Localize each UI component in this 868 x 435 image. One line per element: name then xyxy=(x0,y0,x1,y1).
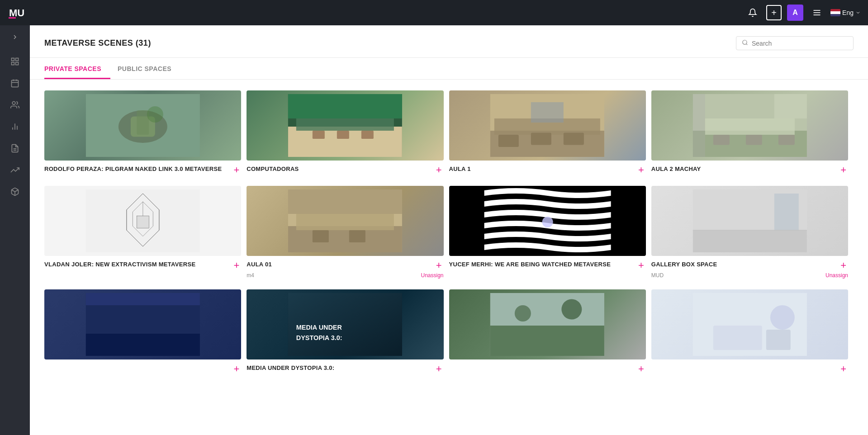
sidebar-item-dashboard[interactable] xyxy=(6,52,24,71)
scene-unassign-8[interactable]: Unassign xyxy=(825,272,848,279)
chevron-down-icon xyxy=(855,10,861,15)
sidebar-item-analytics[interactable] xyxy=(6,161,24,179)
scene-info-7: YUCEF MERHI: WE ARE BEING WATCHED METAVE… xyxy=(449,260,646,270)
scene-tag-6: m4 xyxy=(247,272,254,279)
scene-add-button-1[interactable]: + xyxy=(232,165,241,175)
main-content: METAVERSE SCENES (31) PRIVATE SPACES PUB… xyxy=(30,25,868,435)
scene-add-button-8[interactable]: + xyxy=(839,260,848,270)
scene-thumbnail-11[interactable] xyxy=(449,289,646,359)
scene-card-7: YUCEF MERHI: WE ARE BEING WATCHED METAVE… xyxy=(449,186,651,289)
scene-thumbnail-9[interactable] xyxy=(44,289,241,359)
svg-rect-63 xyxy=(296,214,394,230)
svg-rect-34 xyxy=(288,94,402,118)
svg-rect-2 xyxy=(9,17,16,19)
scene-add-button-10[interactable]: + xyxy=(434,364,444,374)
svg-rect-49 xyxy=(774,94,806,118)
trending-up-icon xyxy=(10,165,19,175)
scene-thumbnail-5[interactable] xyxy=(44,186,241,256)
scene-unassign-6[interactable]: Unassign xyxy=(421,272,443,279)
scene-add-button-7[interactable]: + xyxy=(636,260,646,270)
sidebar-item-cube[interactable] xyxy=(6,183,24,201)
scene-thumbnail-1[interactable] xyxy=(44,90,241,161)
svg-rect-10 xyxy=(12,80,19,87)
app-logo[interactable]: MU xyxy=(7,4,25,22)
scene-card-5: VLADAN JOLER: NEW EXTRACTIVISM METAVERSE… xyxy=(44,186,247,289)
svg-point-21 xyxy=(743,40,747,44)
scene-thumbnail-3[interactable] xyxy=(449,90,646,161)
top-navigation: MU + A Eng xyxy=(0,0,868,25)
svg-rect-46 xyxy=(713,135,729,145)
language-selector[interactable]: Eng xyxy=(830,9,861,16)
scene-thumbnail-12[interactable] xyxy=(651,289,848,359)
scene-name-3: AULA 1 xyxy=(449,165,636,173)
sidebar-item-document[interactable] xyxy=(6,139,24,157)
scene-thumbnail-7[interactable] xyxy=(449,186,646,256)
scene-card-2: COMPUTADORAS + xyxy=(247,90,449,186)
scene-name-6: AULA 01 xyxy=(247,260,434,269)
scene-add-button-6[interactable]: + xyxy=(434,260,444,270)
svg-rect-45 xyxy=(705,118,794,135)
scene-info-8: GALLERY BOX SPACE + xyxy=(651,260,848,270)
scene-info-1: RODOLFO PERAZA: PILGRAM NAKED LINK 3.0 M… xyxy=(44,165,241,175)
svg-rect-40 xyxy=(564,132,584,145)
svg-point-68 xyxy=(542,217,553,227)
scene-name-8: GALLERY BOX SPACE xyxy=(651,260,839,269)
svg-rect-38 xyxy=(498,135,519,147)
flag-icon xyxy=(830,9,840,16)
scene-add-button-12[interactable]: + xyxy=(839,364,848,374)
search-icon xyxy=(742,39,748,47)
menu-button[interactable] xyxy=(809,5,825,21)
svg-line-22 xyxy=(746,44,748,45)
scene-info-6: AULA 01 + xyxy=(247,260,443,270)
svg-rect-41 xyxy=(531,102,564,123)
scene-thumbnail-2[interactable] xyxy=(247,90,443,161)
scene-card-4: AULA 2 MACHAY + xyxy=(651,90,854,186)
sidebar-item-chart[interactable] xyxy=(6,118,24,136)
svg-rect-76 xyxy=(86,293,200,305)
scene-thumbnail-10[interactable]: MEDIA UNDER DYSTOPIA 3.0: xyxy=(247,289,443,359)
bar-chart-icon xyxy=(10,122,19,131)
svg-rect-47 xyxy=(745,135,762,145)
add-button[interactable]: + xyxy=(766,5,782,20)
scene-info-9: + xyxy=(44,364,241,374)
main-layout: METAVERSE SCENES (31) PRIVATE SPACES PUB… xyxy=(0,25,868,435)
svg-rect-82 xyxy=(490,326,604,356)
scene-add-button-5[interactable]: + xyxy=(232,260,241,270)
scene-info-12: + xyxy=(651,364,848,374)
svg-point-87 xyxy=(770,305,794,330)
svg-rect-71 xyxy=(774,194,798,230)
scene-thumbnail-4[interactable] xyxy=(651,90,848,161)
scene-meta-6: m4 Unassign xyxy=(247,272,443,279)
scene-add-button-2[interactable]: + xyxy=(434,165,444,175)
svg-rect-44 xyxy=(693,94,705,157)
chevron-right-icon xyxy=(11,33,19,41)
scene-add-button-3[interactable]: + xyxy=(636,165,646,175)
svg-rect-32 xyxy=(337,131,349,139)
scene-card-1: RODOLFO PERAZA: PILGRAM NAKED LINK 3.0 M… xyxy=(44,90,247,186)
tab-private-spaces[interactable]: PRIVATE SPACES xyxy=(44,58,110,79)
search-input[interactable] xyxy=(752,40,848,47)
svg-rect-48 xyxy=(778,135,794,145)
scene-name-10: MEDIA UNDER DYSTOPIA 3.0: xyxy=(247,364,434,372)
svg-rect-7 xyxy=(16,58,19,61)
svg-rect-31 xyxy=(313,131,325,139)
scene-add-button-9[interactable]: + xyxy=(232,364,241,374)
notification-button[interactable] xyxy=(745,5,761,21)
scene-info-5: VLADAN JOLER: NEW EXTRACTIVISM METAVERSE… xyxy=(44,260,241,270)
svg-rect-89 xyxy=(766,330,790,350)
sidebar-toggle-button[interactable] xyxy=(6,29,24,45)
sidebar-item-calendar[interactable] xyxy=(6,74,24,92)
sidebar-item-users[interactable] xyxy=(6,96,24,114)
scene-name-2: COMPUTADORAS xyxy=(247,165,434,173)
scene-thumbnail-6[interactable] xyxy=(247,186,443,256)
scene-name-7: YUCEF MERHI: WE ARE BEING WATCHED METAVE… xyxy=(449,260,636,269)
scene-thumbnail-8[interactable] xyxy=(651,186,848,256)
tab-public-spaces[interactable]: PUBLIC SPACES xyxy=(118,58,180,79)
scene-add-button-4[interactable]: + xyxy=(839,165,848,175)
scene-card-12: + xyxy=(651,289,854,385)
svg-rect-30 xyxy=(296,118,394,131)
user-avatar[interactable]: A xyxy=(787,5,803,21)
content-header: METAVERSE SCENES (31) xyxy=(30,25,868,58)
scene-add-button-11[interactable]: + xyxy=(636,364,646,374)
scene-card-9: + xyxy=(44,289,247,385)
